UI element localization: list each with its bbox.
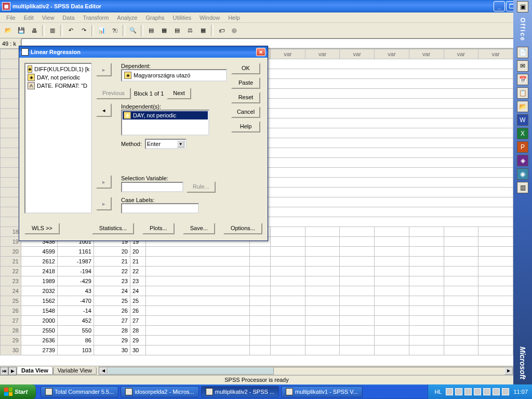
taskbar-task[interactable]: multiplikativ1 - SPSS V...: [281, 386, 363, 397]
table-row[interactable]: 292636862929: [1, 336, 513, 345]
shortcut-icon[interactable]: 📂: [517, 101, 528, 112]
table-row[interactable]: 222418-1942222: [1, 267, 513, 276]
move-to-caselabel-button[interactable]: ▸: [96, 197, 112, 210]
options-button[interactable]: Options...: [223, 223, 262, 234]
col-var[interactable]: var: [305, 49, 340, 59]
select-icon[interactable]: ▦: [197, 24, 209, 37]
tray-icon[interactable]: [483, 388, 490, 395]
undo-icon[interactable]: ↶: [64, 24, 77, 37]
list-item[interactable]: ◈DAY, not periodic: [26, 73, 90, 82]
table-row[interactable]: 231989-4292323: [1, 276, 513, 286]
menu-help[interactable]: Help: [224, 14, 244, 22]
save-icon[interactable]: 💾: [15, 24, 28, 37]
clock[interactable]: 11:07: [511, 389, 528, 395]
table-row[interactable]: 251562-4702525: [1, 296, 513, 306]
list-item[interactable]: ◈DIFF(KULFOLDI,1) [ku: [26, 65, 90, 73]
horizontal-scrollbar[interactable]: ◀ ▶: [99, 367, 513, 375]
weight-icon[interactable]: ⚖: [184, 24, 196, 37]
menu-graphs[interactable]: Graphs: [141, 14, 168, 22]
statistics-button[interactable]: Statistics...: [92, 223, 134, 234]
case-labels-field[interactable]: [121, 203, 199, 214]
col-var[interactable]: var: [478, 49, 513, 59]
tab-data-view[interactable]: Data View: [17, 367, 53, 375]
menu-view[interactable]: View: [38, 14, 59, 22]
dialog-recall-icon[interactable]: ▥: [46, 24, 59, 37]
move-to-selection-button[interactable]: ▸: [96, 175, 112, 189]
plots-button[interactable]: Plots...: [142, 223, 175, 234]
col-var[interactable]: var: [340, 49, 375, 59]
minimize-button[interactable]: _: [494, 1, 505, 11]
next-block-button[interactable]: Next: [167, 88, 191, 99]
tray-icon[interactable]: [455, 388, 462, 395]
taskbar-task[interactable]: multiplikativ2 - SPSS ...: [201, 386, 279, 397]
scroll-thumb[interactable]: [108, 367, 274, 375]
table-row[interactable]: 20459911612020: [1, 247, 513, 257]
col-var[interactable]: var: [409, 49, 444, 59]
menu-file[interactable]: File: [2, 14, 20, 22]
cancel-button[interactable]: Cancel: [231, 107, 260, 118]
shortcut-icon[interactable]: ▥: [517, 182, 528, 193]
dependent-field[interactable]: ◈Magyarországra utazó: [121, 69, 227, 82]
tray-icon[interactable]: [502, 388, 509, 395]
method-select[interactable]: Enter▼: [145, 139, 187, 149]
save-button[interactable]: Save...: [183, 223, 215, 234]
table-row[interactable]: 3027391033030: [1, 345, 513, 355]
value-labels-icon[interactable]: 🏷: [215, 24, 228, 37]
open-icon[interactable]: 📂: [2, 24, 15, 37]
selection-variable-field[interactable]: [121, 182, 183, 192]
previous-block-button[interactable]: Previous: [96, 88, 131, 99]
shortcut-icon[interactable]: ✉: [517, 60, 528, 72]
menu-data[interactable]: Data: [58, 14, 78, 22]
tray-icon[interactable]: [464, 388, 472, 395]
scroll-right-arrow-icon[interactable]: ▶: [504, 367, 513, 375]
redo-icon[interactable]: ↷: [77, 24, 90, 37]
find-icon[interactable]: 🔍: [127, 24, 139, 37]
list-item[interactable]: ADATE. FORMAT: "D: [26, 82, 90, 90]
col-var[interactable]: var: [271, 49, 305, 59]
tray-icon[interactable]: [446, 388, 453, 395]
move-to-dependent-button[interactable]: ▸: [96, 63, 112, 76]
variable-list[interactable]: ◈DIFF(KULFOLDI,1) [ku ◈DAY, not periodic…: [24, 63, 92, 214]
table-row[interactable]: 212612-19872121: [1, 257, 513, 267]
col-var[interactable]: var: [375, 49, 409, 59]
excel-icon[interactable]: X: [517, 128, 528, 139]
move-to-independent-button[interactable]: ◂: [96, 103, 112, 117]
tray-icon[interactable]: [474, 388, 481, 395]
shortcut-icon[interactable]: 📄: [517, 47, 528, 58]
tab-variable-view[interactable]: Variable View: [53, 367, 97, 375]
help-button[interactable]: Help: [231, 121, 260, 132]
goto-case-icon[interactable]: ?⃝: [109, 24, 121, 37]
menu-utilities[interactable]: Utilities: [169, 14, 195, 22]
shortcut-icon[interactable]: ◉: [517, 168, 528, 180]
start-button[interactable]: Start: [0, 384, 36, 399]
taskbar-task[interactable]: Total Commander 5.5...: [41, 386, 118, 397]
dialog-titlebar[interactable]: Linear Regression ✕: [19, 46, 268, 58]
print-icon[interactable]: 🖶: [28, 24, 41, 37]
rule-button[interactable]: Rule...: [187, 181, 216, 193]
split-icon[interactable]: ▤: [171, 24, 183, 37]
menu-window[interactable]: Window: [195, 14, 224, 22]
powerpoint-icon[interactable]: P: [517, 141, 528, 153]
scroll-left-arrow-icon[interactable]: ◀: [99, 367, 108, 375]
col-var[interactable]: var: [444, 49, 478, 59]
paste-button[interactable]: Paste: [231, 77, 260, 89]
dialog-close-button[interactable]: ✕: [256, 48, 265, 56]
table-row[interactable]: 2825505502828: [1, 326, 513, 336]
table-row[interactable]: 261548-142626: [1, 306, 513, 316]
goto-chart-icon[interactable]: 📊: [96, 24, 108, 37]
scroll-right-icon[interactable]: ▶: [8, 367, 17, 375]
taskbar-task[interactable]: idosorpelda2 - Micros...: [121, 386, 198, 397]
shortcut-icon[interactable]: ◈: [517, 155, 528, 166]
ok-button[interactable]: OK: [231, 63, 260, 74]
shortcut-icon[interactable]: 📅: [517, 74, 528, 85]
use-sets-icon[interactable]: ◎: [228, 24, 241, 37]
independent-list[interactable]: ◈DAY, not periodic: [121, 110, 209, 136]
scroll-first-icon[interactable]: ⏮: [0, 367, 8, 375]
reset-button[interactable]: Reset: [231, 92, 260, 103]
table-row[interactable]: 242032432424: [1, 286, 513, 296]
shortcut-icon[interactable]: 📋: [517, 87, 528, 99]
word-icon[interactable]: W: [517, 114, 528, 126]
office-logo-icon[interactable]: ▣: [517, 1, 528, 12]
wls-button[interactable]: WLS >>: [24, 223, 60, 234]
table-row[interactable]: 2720004522727: [1, 316, 513, 326]
